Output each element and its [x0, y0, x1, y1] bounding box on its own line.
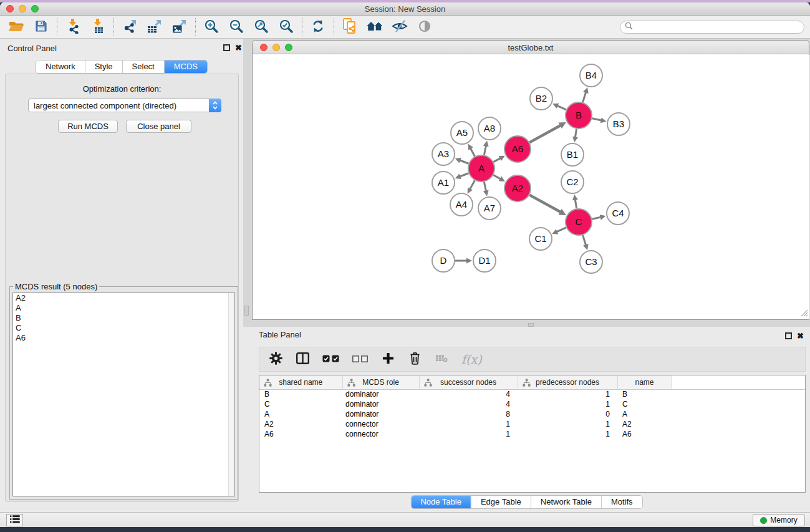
table-cell[interactable]: A2: [617, 419, 672, 429]
table-cell[interactable]: B: [259, 389, 342, 399]
apply-layout-button[interactable]: [306, 17, 330, 37]
graph-edge-A-A7[interactable]: [484, 182, 486, 192]
table-cell[interactable]: 0: [518, 409, 617, 419]
clone-network-button[interactable]: [337, 17, 362, 37]
table-cell[interactable]: 1: [419, 419, 518, 429]
network-window-titlebar[interactable]: testGlobe.txt: [253, 41, 809, 54]
mcds-result-list[interactable]: A2ABCA6: [12, 293, 235, 496]
tab-network-table[interactable]: Network Table: [531, 496, 601, 508]
show-columns-button[interactable]: [296, 350, 309, 369]
table-cell[interactable]: 1: [419, 429, 518, 439]
function-builder-button[interactable]: f(x): [461, 350, 482, 369]
import-network-button[interactable]: [60, 17, 85, 37]
table-cell[interactable]: 1: [518, 429, 617, 439]
export-network-button[interactable]: [117, 17, 142, 37]
deselect-all-button[interactable]: [352, 350, 368, 369]
export-image-button[interactable]: [167, 17, 192, 37]
graph-edge-A-A5[interactable]: [470, 148, 475, 157]
graph-edge-B-B4[interactable]: [583, 92, 586, 102]
table-cell[interactable]: C: [617, 399, 672, 409]
home-pair-button[interactable]: [362, 17, 387, 37]
delete-table-button[interactable]: [435, 350, 448, 369]
delete-column-button[interactable]: [408, 350, 422, 369]
column-header-shared-name[interactable]: shared name: [259, 375, 342, 389]
mcds-result-item[interactable]: B: [13, 313, 234, 323]
table-cell[interactable]: 8: [419, 409, 518, 419]
table-cell[interactable]: A6: [617, 429, 672, 439]
zoom-fit-button[interactable]: [249, 17, 274, 37]
show-hide-button[interactable]: [387, 17, 412, 37]
table-cell[interactable]: C: [259, 399, 342, 409]
table-cell[interactable]: connector: [342, 419, 419, 429]
search-input[interactable]: [635, 22, 804, 32]
table-settings-button[interactable]: [269, 350, 282, 369]
import-table-button[interactable]: [85, 17, 110, 37]
graph-edge-A2-C[interactable]: [529, 195, 561, 213]
mcds-list-scrollbar[interactable]: [228, 293, 234, 496]
mcds-result-item[interactable]: A6: [13, 333, 234, 343]
table-row[interactable]: A2connector11A2: [259, 419, 805, 429]
table-cell[interactable]: 4: [419, 399, 518, 409]
tab-network[interactable]: Network: [36, 60, 85, 73]
mcds-result-item[interactable]: A2: [13, 293, 234, 303]
table-close-icon[interactable]: ✖: [797, 331, 804, 341]
graph-edge-C-C3[interactable]: [583, 235, 586, 246]
task-history-button[interactable]: [6, 514, 23, 526]
table-cell[interactable]: A2: [259, 419, 342, 429]
graph-edge-A-A8[interactable]: [484, 145, 486, 155]
graph-edge-A-A2[interactable]: [493, 175, 501, 180]
zoom-out-button[interactable]: [224, 17, 249, 37]
table-cell[interactable]: dominator: [342, 409, 419, 419]
graph-edge-B-B2[interactable]: [557, 105, 566, 110]
close-panel-button[interactable]: Close panel: [126, 120, 191, 133]
save-session-button[interactable]: [29, 17, 54, 37]
memory-button[interactable]: Memory: [753, 514, 805, 526]
preview-button[interactable]: [412, 17, 437, 37]
tab-style[interactable]: Style: [85, 60, 122, 73]
open-session-button[interactable]: [4, 17, 29, 37]
table-cell[interactable]: 4: [419, 389, 518, 399]
table-cell[interactable]: 1: [518, 399, 617, 409]
table-cell[interactable]: dominator: [342, 389, 419, 399]
graph-edge-A6-B[interactable]: [529, 125, 561, 142]
tab-edge-table[interactable]: Edge Table: [471, 496, 531, 508]
mcds-result-item[interactable]: C: [13, 323, 234, 333]
table-cell[interactable]: A: [259, 409, 342, 419]
vertical-splitter-handle[interactable]: [244, 306, 249, 316]
tab-mcds[interactable]: MCDS: [164, 60, 207, 73]
search-field[interactable]: [620, 21, 804, 34]
mcds-result-item[interactable]: A: [13, 303, 234, 313]
graph-edge-C-C1[interactable]: [556, 228, 566, 232]
network-canvas[interactable]: AA1A2A3A4A5A6A7A8BB1B2B3B4CC1C2C3C4DD1: [253, 55, 809, 319]
graph-edge-B-B3[interactable]: [592, 118, 602, 121]
column-header-predecessor-nodes[interactable]: predecessor nodes: [518, 375, 617, 389]
graph-edge-B-B1[interactable]: [575, 129, 576, 138]
zoom-in-button[interactable]: [199, 17, 224, 37]
table-row[interactable]: Bdominator41B: [259, 389, 805, 399]
create-column-button[interactable]: [381, 350, 395, 369]
graph-edge-A-A6[interactable]: [493, 158, 501, 162]
window-resize-grip[interactable]: [799, 308, 808, 319]
table-cell[interactable]: 1: [518, 389, 617, 399]
zoom-selected-button[interactable]: [274, 17, 299, 37]
graph-edge-C-C2[interactable]: [575, 199, 576, 209]
column-header-name[interactable]: name: [617, 375, 672, 389]
node-table[interactable]: shared nameMCDS rolesuccessor nodesprede…: [259, 375, 806, 493]
table-row[interactable]: Cdominator41C: [259, 399, 805, 409]
table-row[interactable]: A6connector11A6: [259, 429, 805, 439]
table-row[interactable]: Adominator80A: [259, 409, 805, 419]
graph-edge-A-A3[interactable]: [459, 160, 468, 164]
tab-select[interactable]: Select: [122, 60, 164, 73]
table-cell[interactable]: 1: [518, 419, 617, 429]
column-header-successor-nodes[interactable]: successor nodes: [419, 375, 518, 389]
export-table-button[interactable]: [142, 17, 167, 37]
graph-edge-A-A1[interactable]: [459, 173, 468, 177]
graph-edge-C-C4[interactable]: [592, 217, 601, 219]
table-cell[interactable]: A6: [259, 429, 342, 439]
table-cell[interactable]: dominator: [342, 399, 419, 409]
close-panel-icon[interactable]: ✖: [235, 43, 242, 52]
criterion-dropdown[interactable]: largest connected component (directed): [28, 99, 221, 112]
column-header-mcds-role[interactable]: MCDS role: [342, 375, 419, 389]
table-cell[interactable]: A: [617, 409, 672, 419]
graph-edge-A-A4[interactable]: [470, 180, 475, 190]
